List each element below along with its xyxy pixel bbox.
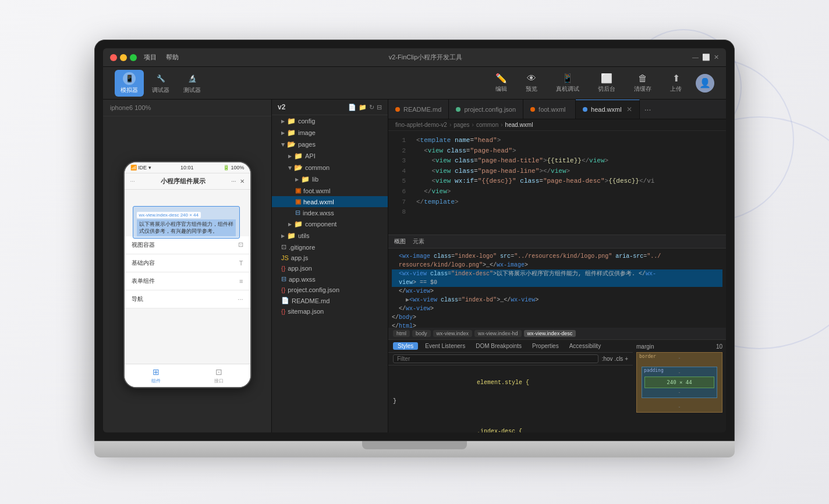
maximize-button[interactable] <box>130 54 137 61</box>
styles-content: element.style { } .index-desc { <style> … <box>388 365 633 432</box>
accessibility-tab[interactable]: Accessibility <box>566 342 604 350</box>
tree-label-gitignore: .gitignore <box>289 244 315 251</box>
tester-icon: 🔬 <box>186 72 199 85</box>
menu-item-form[interactable]: 表单组件 ≡ <box>125 272 250 290</box>
panel-tab-layout[interactable]: 概图 <box>394 237 406 246</box>
styles-tab-btn[interactable]: Styles <box>393 342 418 350</box>
breadcrumb-sep-1: › <box>472 122 474 128</box>
event-listeners-tab[interactable]: Event Listeners <box>421 342 469 350</box>
tree-item-project-config[interactable]: {} project.config.json <box>272 285 388 295</box>
tree-label-sitemap: sitemap.json <box>288 308 324 315</box>
tree-item-api[interactable]: ▶ 📁 API <box>272 150 388 162</box>
tree-label-config: config <box>298 118 315 125</box>
tree-label-project-config: project.config.json <box>288 286 339 293</box>
file-icon-project-config: {} <box>281 286 285 293</box>
collapse-icon[interactable]: ⊟ <box>377 104 382 111</box>
tree-label-app-json: app.json <box>288 265 312 272</box>
tree-item-app-json[interactable]: {} app.json <box>272 263 388 274</box>
tree-label-utils: utils <box>298 232 310 239</box>
panel-tab-desc[interactable]: 元素 <box>413 237 424 246</box>
html-line-6: ▶<wx-view class="index-bd">_</wx-view> <box>392 296 722 304</box>
html-line-1: <wx-image class="index-logo" src="../res… <box>392 252 722 261</box>
file-tree-header: v2 📄 📁 ↻ ⊟ <box>272 100 388 115</box>
tree-item-app-wxss[interactable]: ⊟ app.wxss <box>272 274 388 285</box>
tab-readme[interactable]: README.md <box>388 100 449 119</box>
toolbar-btn-simulator[interactable]: 📱 模拟器 <box>115 70 144 97</box>
phone-tab-interface[interactable]: ⊡ 接口 <box>187 364 250 387</box>
element-tab-body[interactable]: body <box>412 330 431 337</box>
toolbar-btn-tester[interactable]: 🔬 测试器 <box>178 70 207 97</box>
tree-item-sitemap[interactable]: {} sitemap.json <box>272 306 388 317</box>
tab-more[interactable]: ··· <box>640 100 656 119</box>
element-tab-wx-view-index[interactable]: wx-view.index <box>433 330 473 337</box>
element-tab-wx-view-index-desc[interactable]: wx-view.index-desc <box>524 330 576 337</box>
code-editor[interactable]: 1 2 3 4 5 6 7 8 <templ <box>388 131 726 235</box>
phone-back-icon: ··· <box>130 178 135 184</box>
menu-item-help[interactable]: 帮助 <box>166 53 179 62</box>
tab-head-wxml[interactable]: head.wxml ✕ <box>576 100 640 119</box>
tree-item-app-js[interactable]: JS app.js <box>272 253 388 263</box>
edit-icon: ✏️ <box>495 73 507 84</box>
menu-item-view-container[interactable]: 视图容器 ⊡ <box>125 236 250 254</box>
refresh-icon[interactable]: ↻ <box>369 104 374 111</box>
user-avatar[interactable]: 👤 <box>696 74 714 93</box>
tree-item-index-wxss[interactable]: ⊟ index.wxss <box>272 207 388 218</box>
tree-item-readme[interactable]: 📄 README.md <box>272 295 388 306</box>
tab-project-config[interactable]: project.config.json <box>449 100 523 119</box>
new-file-icon[interactable]: 📄 <box>348 104 356 111</box>
properties-tab[interactable]: Properties <box>529 342 562 350</box>
toolbar-background[interactable]: ⬜ 切后台 <box>593 72 620 94</box>
tree-item-pages[interactable]: ▶ 📂 pages <box>272 139 388 150</box>
close-button[interactable] <box>110 54 117 61</box>
phone-status-bar: 📶 IDE ▾ 10:01 🔋 100% <box>125 162 250 173</box>
tree-label-app-js: app.js <box>291 254 308 261</box>
folder-icon-component: 📁 <box>294 220 303 228</box>
element-tab-html[interactable]: html <box>393 330 410 337</box>
toolbar-preview[interactable]: 👁 预览 <box>521 72 542 94</box>
html-line-9: </html> <box>392 322 722 328</box>
styles-and-box: Styles Event Listeners DOM Breakpoints P… <box>388 340 726 432</box>
head-wxml-tab-close[interactable]: ✕ <box>626 105 632 113</box>
app-title: v2-FinClip小程序开发工具 <box>179 53 672 62</box>
tree-label-api: API <box>305 152 316 159</box>
phone-tab-component[interactable]: ⊞ 组件 <box>125 364 187 387</box>
simulator-icon: 📱 <box>123 72 136 85</box>
menu-item-project[interactable]: 项目 <box>144 53 157 62</box>
element-tab-wx-view-index-hd[interactable]: wx-view.index-hd <box>474 330 522 337</box>
toolbar-device-debug[interactable]: 📱 真机调试 <box>551 72 584 94</box>
menu-item-basic-content[interactable]: 基础内容 T <box>125 254 250 272</box>
tree-label-pages: pages <box>298 141 316 148</box>
tree-item-image[interactable]: ▶ 📁 image <box>272 127 388 139</box>
minimize-button[interactable] <box>120 54 127 61</box>
styles-filter-input[interactable] <box>393 354 598 363</box>
dom-breakpoints-tab[interactable]: DOM Breakpoints <box>472 342 525 350</box>
tree-item-head-wxml[interactable]: ▣ head.wxml <box>272 196 388 207</box>
tab-foot-wxml[interactable]: foot.wxml <box>523 100 576 119</box>
toolbar-clear-cache[interactable]: 🗑 清缓存 <box>629 72 656 94</box>
tree-item-foot-wxml[interactable]: ▣ foot.wxml <box>272 185 388 196</box>
tree-item-lib[interactable]: ▶ 📁 lib <box>272 173 388 185</box>
project-config-tab-label: project.config.json <box>464 106 516 113</box>
toolbar-edit[interactable]: ✏️ 编辑 <box>491 72 512 94</box>
tree-label-component: component <box>305 221 336 228</box>
box-padding-bottom-val: - <box>678 389 681 395</box>
tree-item-common[interactable]: ▶ 📂 common <box>272 162 388 173</box>
toolbar-upload[interactable]: ⬆ 上传 <box>665 72 686 94</box>
style-rule-index-desc: .index-desc { <style> margin-top: 10px; … <box>393 418 628 432</box>
menu-item-nav[interactable]: 导航 ··· <box>125 290 250 308</box>
tree-item-component[interactable]: ▶ 📁 component <box>272 218 388 230</box>
code-line-6: </view> <box>416 187 719 197</box>
tree-item-config[interactable]: ▶ 📁 config <box>272 115 388 127</box>
tree-item-utils[interactable]: ▶ 📁 utils <box>272 230 388 242</box>
box-model-label: margin <box>636 343 654 350</box>
hov-cls-toggle[interactable]: :hov .cls + <box>602 356 628 362</box>
simulator-label: 模拟器 <box>121 86 138 94</box>
box-padding-bottom: - <box>644 389 714 395</box>
upload-icon: ⬆ <box>672 73 680 84</box>
tree-label-image: image <box>298 129 316 136</box>
tree-item-gitignore[interactable]: ⊡ .gitignore <box>272 242 388 253</box>
element-tabs: html body wx-view.index wx-view.index-hd… <box>388 328 726 340</box>
tree-label-readme: README.md <box>292 297 330 304</box>
toolbar-btn-debugger[interactable]: 🔧 调试器 <box>146 70 175 97</box>
new-folder-icon[interactable]: 📁 <box>359 104 367 111</box>
